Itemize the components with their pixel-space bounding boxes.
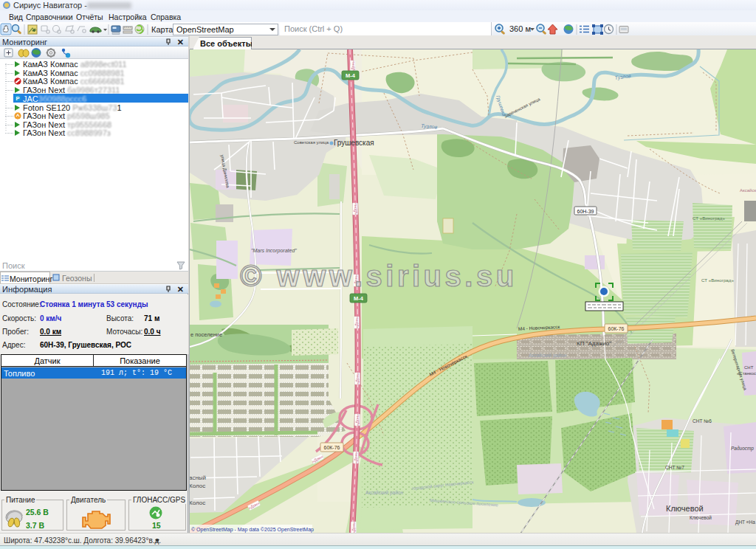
svg-text:«Станкос: «Станкос [737, 371, 756, 376]
svg-text:60К-76: 60К-76 [608, 326, 625, 331]
svg-text:«Дон»: «Дон» [355, 373, 360, 384]
svg-text:Аксайский район: Аксайский район [529, 353, 566, 359]
svg-text:«Дон»: «Дон» [355, 414, 360, 426]
svg-text:360 м: 360 м [509, 24, 531, 33]
svg-text:М-4: М-4 [346, 72, 356, 79]
svg-text:«Дон»: «Дон» [353, 203, 357, 215]
svg-text:М-4: М-4 [354, 295, 364, 302]
svg-text:КП "Адажио": КП "Адажио" [577, 340, 611, 347]
svg-text:Ключевой: Ключевой [690, 515, 712, 520]
svg-text:© www.sirius.su: © www.sirius.su [240, 260, 518, 292]
svg-text:Ключевой: Ключевой [666, 504, 704, 513]
svg-text:«Дон»: «Дон» [351, 522, 356, 533]
svg-text:Советская улица: Советская улица [294, 140, 329, 145]
svg-text:P: P [16, 95, 19, 102]
svg-text:© OpenStreetMap - Map data ©20: © OpenStreetMap - Map data ©2025 OpenStr… [191, 527, 314, 533]
svg-text:"Mars Incorporated": "Mars Incorporated" [251, 248, 297, 254]
svg-text:СНТ: СНТ [744, 365, 754, 370]
svg-text:СТ «Виноград»: СТ «Виноград» [693, 215, 725, 221]
svg-text:е поселение: е поселение [190, 331, 222, 338]
svg-text:«Дон»: «Дон» [354, 452, 358, 463]
svg-text:Колос: Колос [190, 500, 205, 506]
svg-text:асный: асный [190, 474, 206, 481]
svg-text:Аксайск: Аксайск [740, 188, 756, 193]
svg-text:60Н-39: 60Н-39 [577, 209, 594, 214]
svg-text:ДНТ «На: ДНТ «На [735, 519, 755, 525]
svg-text:Радиостр: Радиостр [731, 446, 754, 452]
svg-text:Грушевская: Грушевская [334, 139, 374, 147]
svg-text:«Дон»: «Дон» [354, 317, 359, 328]
svg-text:60К-76: 60К-76 [324, 445, 340, 450]
svg-text:СНТ №7: СНТ №7 [665, 465, 684, 470]
svg-text:СНТ №6: СНТ №6 [693, 418, 712, 424]
svg-text:Колос: Колос [190, 483, 205, 489]
svg-text:Аксайский район: Аксайский район [365, 490, 403, 496]
svg-text:СТ «Виноград»: СТ «Виноград» [701, 277, 734, 283]
